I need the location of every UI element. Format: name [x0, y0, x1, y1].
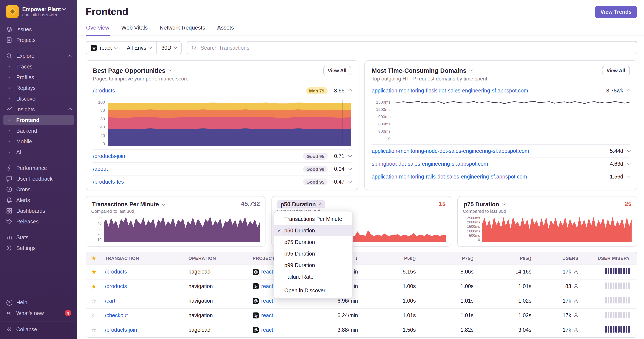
- domain-link[interactable]: application-monitoring-node-dot-sales-en…: [372, 148, 529, 154]
- sidebar-item-backend[interactable]: •Backend: [4, 125, 74, 136]
- sidebar-item-frontend[interactable]: •Frontend: [4, 115, 74, 125]
- star-toggle-icon[interactable]: ☆: [91, 298, 96, 304]
- page-row-about[interactable]: /about Good 99 0.04: [93, 162, 351, 175]
- sidebar-item-help[interactable]: ? Help: [4, 297, 74, 308]
- org-switcher[interactable]: Empower Plant dominik.buszowiec…: [0, 0, 77, 22]
- page-link[interactable]: /products: [93, 88, 115, 94]
- sidebar-item-dashboards[interactable]: Dashboards: [4, 205, 74, 216]
- chevron-down-icon[interactable]: [348, 166, 352, 170]
- tpm-metric-selector[interactable]: Transactions Per Minute: [91, 200, 166, 208]
- tab-assets[interactable]: Assets: [217, 21, 234, 36]
- star-toggle-icon[interactable]: ★: [91, 268, 96, 275]
- best-pages-title[interactable]: Best Page Opportunities: [93, 67, 171, 74]
- project-link[interactable]: react: [261, 283, 273, 289]
- chevron-up-icon[interactable]: [348, 89, 352, 93]
- domain-link[interactable]: application-monitoring-flask-dot-sales-e…: [372, 88, 528, 94]
- sidebar-collapse-button[interactable]: Collapse: [4, 324, 74, 335]
- search-input[interactable]: [200, 45, 632, 51]
- view-trends-button[interactable]: View Trends: [595, 6, 637, 18]
- sidebar-item-crons[interactable]: Crons: [4, 184, 74, 195]
- p50-metric-selector[interactable]: p50 Duration: [277, 200, 325, 208]
- col-header-p50[interactable]: P50(): [365, 252, 422, 265]
- chevron-up-icon[interactable]: [627, 89, 630, 93]
- table-row[interactable]: ☆ /products-join pageload react 3.88/min…: [86, 323, 637, 337]
- page-link[interactable]: /about: [93, 166, 108, 172]
- star-toggle-icon[interactable]: ★: [91, 283, 96, 290]
- sidebar-item-projects[interactable]: Projects: [4, 35, 74, 45]
- chevron-down-icon[interactable]: [348, 153, 352, 157]
- project-link[interactable]: react: [261, 313, 273, 319]
- col-header-users[interactable]: USERS: [538, 252, 585, 265]
- line-chart[interactable]: [394, 100, 630, 141]
- col-header-user-misery[interactable]: USER MISERY: [585, 252, 637, 265]
- domain-link[interactable]: springboot-dot-sales-engineering-sf.apps…: [372, 161, 488, 167]
- domain-row-rails[interactable]: application-monitoring-rails-dot-sales-e…: [372, 170, 630, 183]
- chevron-down-icon[interactable]: [348, 179, 352, 183]
- table-row[interactable]: ★ /products navigation react in 1.00s 1.…: [86, 279, 637, 294]
- table-row[interactable]: ☆ /checkout navigation react 6.24/min 1.…: [86, 308, 637, 323]
- page-row-products-fes[interactable]: /products-fes Good 95 0.47: [93, 175, 351, 188]
- tab-overview[interactable]: Overview: [86, 21, 110, 36]
- sidebar-item-performance[interactable]: Performance: [4, 163, 74, 173]
- transaction-link[interactable]: /checkout: [105, 313, 128, 319]
- col-header-transaction[interactable]: TRANSACTION: [102, 252, 185, 265]
- sidebar-item-user-feedback[interactable]: User Feedback: [4, 173, 74, 184]
- table-row[interactable]: ☆ /cart navigation react 6.96/min 1.00s …: [86, 294, 637, 308]
- menu-item-p50[interactable]: ✓p50 Duration: [274, 225, 352, 236]
- sidebar-item-alerts[interactable]: Alerts: [4, 195, 74, 205]
- transaction-link[interactable]: /cart: [105, 298, 116, 304]
- p75-metric-selector[interactable]: p75 Duration: [463, 200, 506, 208]
- star-toggle-icon[interactable]: ☆: [91, 312, 96, 319]
- page-row-products-join[interactable]: /products-join Good 95 0.71: [93, 149, 351, 162]
- menu-item-p99[interactable]: p99 Duration: [274, 259, 352, 271]
- sidebar-item-mobile[interactable]: •Mobile: [4, 136, 74, 147]
- menu-item-p95[interactable]: p95 Duration: [274, 248, 352, 259]
- menu-item-open-in-discover[interactable]: Open in Discover: [274, 284, 352, 297]
- sort-desc-icon[interactable]: ↓: [355, 255, 358, 261]
- tab-network-requests[interactable]: Network Requests: [159, 21, 206, 36]
- sidebar-item-ai[interactable]: •AI: [4, 147, 74, 158]
- sidebar-item-discover[interactable]: •Discover: [4, 93, 74, 104]
- menu-item-failure-rate[interactable]: Failure Rate: [274, 271, 352, 283]
- domains-title[interactable]: Most Time-Consuming Domains: [372, 67, 472, 74]
- project-selector[interactable]: react: [86, 41, 122, 54]
- sidebar-item-settings[interactable]: Settings: [4, 243, 74, 253]
- col-header-operation[interactable]: OPERATION: [185, 252, 249, 265]
- chevron-down-icon[interactable]: [627, 161, 630, 165]
- menu-item-p75[interactable]: p75 Duration: [274, 236, 352, 248]
- project-link[interactable]: react: [261, 298, 273, 304]
- project-link[interactable]: react: [261, 327, 273, 333]
- header-star-icon[interactable]: ★: [91, 255, 96, 262]
- sidebar-section-insights[interactable]: Insights: [4, 104, 74, 115]
- domain-row-flask[interactable]: application-monitoring-flask-dot-sales-e…: [372, 84, 630, 97]
- page-link[interactable]: /products-join: [93, 153, 125, 159]
- date-range-selector[interactable]: 30D: [156, 41, 181, 54]
- tpm-area-chart[interactable]: [104, 216, 260, 242]
- project-link[interactable]: react: [261, 269, 273, 275]
- sidebar-item-releases[interactable]: Releases: [4, 216, 74, 227]
- transaction-link[interactable]: /products: [105, 283, 127, 289]
- tab-web-vitals[interactable]: Web Vitals: [121, 21, 148, 36]
- sidebar-item-replays[interactable]: •Replays: [4, 83, 74, 93]
- transaction-link[interactable]: /products-join: [105, 327, 137, 333]
- domains-view-all-button[interactable]: View All: [602, 66, 630, 75]
- environment-selector[interactable]: All Envs: [122, 41, 156, 54]
- sidebar-item-whats-new[interactable]: What's new 4: [4, 308, 74, 319]
- stacked-area-chart[interactable]: [108, 100, 351, 146]
- domain-row-node[interactable]: application-monitoring-node-dot-sales-en…: [372, 144, 630, 157]
- page-link[interactable]: /products-fes: [93, 179, 124, 185]
- sidebar-item-stats[interactable]: Stats: [4, 232, 74, 243]
- col-header-p95[interactable]: P95(): [480, 252, 538, 265]
- sidebar-item-traces[interactable]: •Traces: [4, 61, 74, 72]
- table-row[interactable]: ★ /products pageload react in 5.15s 8.06…: [86, 265, 637, 279]
- sidebar-item-issues[interactable]: Issues: [4, 24, 74, 35]
- chevron-down-icon[interactable]: [627, 174, 630, 177]
- col-header-p75[interactable]: P75(): [422, 252, 480, 265]
- best-pages-view-all-button[interactable]: View All: [323, 66, 351, 75]
- domain-row-springboot[interactable]: springboot-dot-sales-engineering-sf.apps…: [372, 157, 630, 170]
- star-toggle-icon[interactable]: ☆: [91, 327, 96, 334]
- chevron-down-icon[interactable]: [627, 148, 630, 152]
- transaction-link[interactable]: /products: [105, 269, 127, 275]
- sidebar-section-explore[interactable]: Explore: [4, 50, 74, 61]
- p75-area-chart[interactable]: [482, 216, 632, 242]
